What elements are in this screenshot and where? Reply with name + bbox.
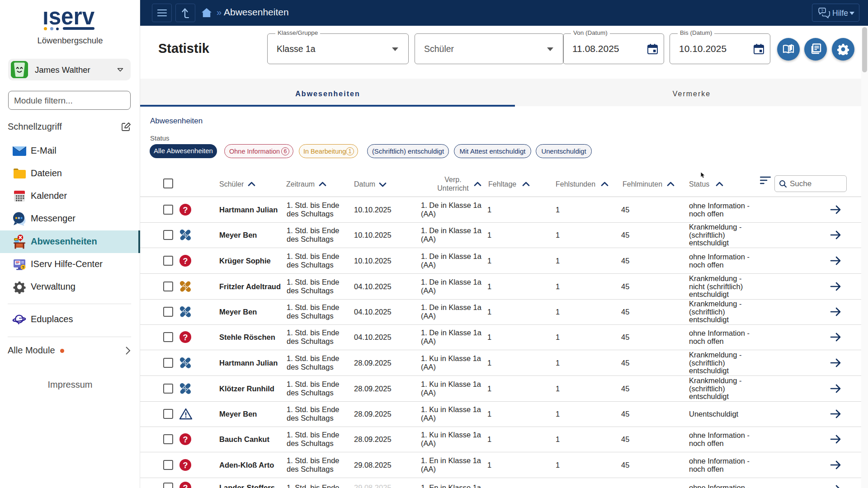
svg-text:?: ? [821,9,823,13]
svg-text:?: ? [183,461,188,470]
svg-text:?: ? [22,265,24,270]
svg-text:?: ? [183,435,188,444]
svg-text:?: ? [183,333,188,342]
svg-text:?: ? [183,257,188,266]
svg-text:?: ? [183,206,188,215]
svg-text:?: ? [183,483,188,488]
